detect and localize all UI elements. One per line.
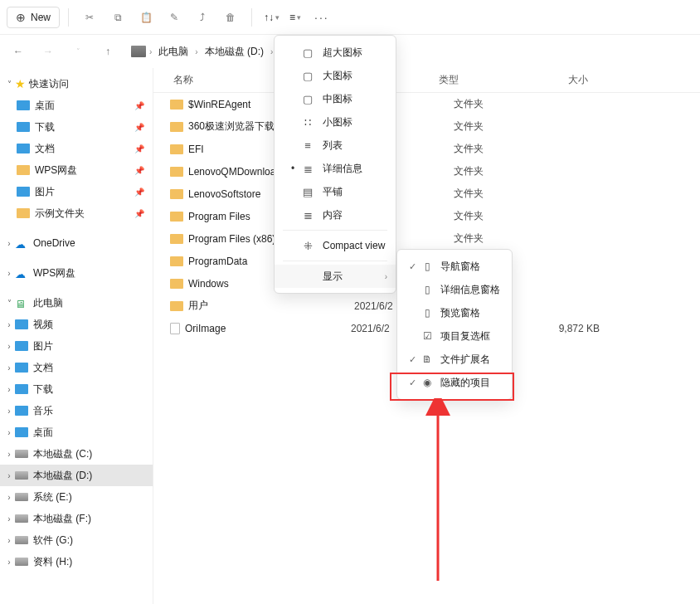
menu-item[interactable]: ▯预览窗格 [397, 301, 512, 324]
sidebar-onedrive[interactable]: › ☁ OneDrive [0, 232, 153, 254]
sidebar-item[interactable]: ›本地磁盘 (D:) [0, 465, 153, 486]
compact-icon: ⁜ [299, 240, 316, 252]
new-label: New [31, 12, 51, 23]
forward-button[interactable]: → [36, 40, 60, 63]
folder-icon [170, 212, 183, 222]
menu-item[interactable]: ▤平铺 [275, 180, 396, 203]
view-button[interactable]: ≡▾ [286, 12, 304, 23]
sidebar-this-pc[interactable]: ˅ 🖥 此电脑 [0, 292, 153, 314]
sidebar-item[interactable]: 图片📌 [0, 181, 153, 202]
chevron-down-icon: ▾ [275, 13, 280, 22]
folder-icon [170, 301, 183, 311]
check-icon: ✓ [406, 261, 419, 272]
sidebar-wps[interactable]: › ☁ WPS网盘 [0, 262, 153, 284]
menu-item[interactable]: ≡列表 [275, 134, 396, 157]
option-icon: 🗎 [419, 353, 435, 365]
folder-icon [170, 189, 183, 199]
breadcrumb-item[interactable]: 此电脑 [155, 43, 192, 61]
menu-item-compact[interactable]: ⁜ Compact view [275, 234, 396, 257]
rename-icon[interactable]: ✎ [162, 5, 187, 30]
sidebar-item[interactable]: 下载📌 [0, 116, 153, 138]
folder-icon [170, 167, 183, 177]
sidebar-item-label: 下载 [35, 120, 55, 134]
sidebar-item[interactable]: ›视频 [0, 314, 153, 335]
sidebar-item[interactable]: WPS网盘📌 [0, 159, 153, 181]
sidebar-item[interactable]: ›系统 (E:) [0, 486, 153, 508]
check-icon: ✓ [406, 354, 419, 365]
cloud-icon: ☁ [15, 238, 28, 248]
table-row[interactable]: 360极速浏览器下载3 17:26文件夹 [153, 115, 700, 138]
option-icon: ▯ [419, 307, 435, 319]
back-button[interactable]: ← [7, 40, 30, 63]
pin-icon: 📌 [134, 101, 144, 110]
new-button[interactable]: ⊕ New [7, 7, 60, 28]
sidebar-quick-access[interactable]: ˅ ★ 快速访问 [0, 73, 153, 95]
breadcrumb[interactable]: › 此电脑 › 本地磁盘 (D:) › [126, 40, 693, 64]
table-row[interactable]: Program Files (x86)6 15:00文件夹 [153, 227, 700, 250]
col-size[interactable]: 大小 [522, 73, 588, 87]
menu-item[interactable]: ✓▯导航窗格 [397, 255, 512, 278]
sidebar-item-label: WPS网盘 [35, 163, 77, 178]
cut-icon[interactable]: ✂ [77, 5, 102, 30]
menu-item[interactable]: ▢中图标 [275, 87, 396, 110]
menu-item-show[interactable]: 显示 › [275, 265, 396, 288]
sidebar-item[interactable]: 示例文件夹📌 [0, 202, 153, 224]
sidebar-item-label: WPS网盘 [33, 266, 75, 280]
sidebar-item[interactable]: ›音乐 [0, 400, 153, 421]
chevron-right-icon: › [3, 493, 15, 502]
sidebar-item[interactable]: ›文档 [0, 357, 153, 378]
menu-item[interactable]: ▯详细信息窗格 [397, 278, 512, 301]
menu-item[interactable]: ▢超大图标 [275, 41, 396, 64]
more-button[interactable]: ··· [308, 11, 336, 24]
folder-icon [17, 208, 30, 218]
sidebar-item[interactable]: 桌面📌 [0, 95, 153, 116]
table-row[interactable]: LenovoSoftstore6 23:31文件夹 [153, 183, 700, 205]
column-headers: 名称 类型 大小 [153, 68, 700, 93]
col-type[interactable]: 类型 [439, 73, 522, 87]
folder-icon [15, 427, 28, 437]
chevron-right-icon: › [3, 320, 15, 329]
chevron-right-icon: › [3, 450, 15, 459]
chevron-right-icon: › [3, 363, 15, 373]
sidebar-item[interactable]: ›桌面 [0, 421, 153, 443]
sidebar-item[interactable]: ›本地磁盘 (F:) [0, 508, 153, 529]
copy-icon[interactable]: ⧉ [105, 5, 130, 30]
share-icon[interactable]: ⤴ [190, 5, 215, 30]
menu-item[interactable]: ▢大图标 [275, 64, 396, 87]
sidebar-item[interactable]: ›本地磁盘 (C:) [0, 443, 153, 465]
sidebar-item-label: 软件 (G:) [33, 533, 73, 548]
sidebar: ˅ ★ 快速访问 桌面📌下载📌文档📌WPS网盘📌图片📌示例文件夹📌 › ☁ On… [0, 68, 153, 604]
recent-button[interactable]: ˅ [66, 40, 90, 63]
show-submenu: ✓▯导航窗格▯详细信息窗格▯预览窗格☑项目复选框✓🗎文件扩展名✓◉隐藏的项目 [396, 249, 513, 400]
menu-item[interactable]: ☑项目复选框 [397, 324, 512, 348]
option-icon: ◉ [419, 377, 435, 388]
separator [251, 8, 252, 27]
table-row[interactable]: LenovoQMDownload6 19:40文件夹 [153, 160, 700, 183]
paste-icon[interactable]: 📋 [134, 5, 158, 30]
delete-icon[interactable]: 🗑 [218, 5, 243, 30]
sidebar-item[interactable]: ›下载 [0, 378, 153, 400]
sidebar-item-label: 图片 [33, 339, 53, 353]
menu-item[interactable]: •≣详细信息 [275, 157, 396, 180]
table-row[interactable]: $WinREAgent2:15文件夹 [153, 93, 700, 115]
table-row[interactable]: Program Files2:41文件夹 [153, 205, 700, 227]
breadcrumb-item[interactable]: 本地磁盘 (D:) [202, 43, 267, 61]
menu-item[interactable]: ✓◉隐藏的项目 [397, 371, 512, 394]
chevron-right-icon: › [149, 47, 152, 56]
folder-icon [17, 165, 30, 175]
menu-item[interactable]: ✓🗎文件扩展名 [397, 348, 512, 371]
up-button[interactable]: ↑ [96, 40, 119, 63]
view-mode-icon: ≣ [299, 209, 316, 222]
sidebar-item[interactable]: ›资料 (H:) [0, 551, 153, 572]
sidebar-item-label: 本地磁盘 (D:) [33, 469, 92, 483]
table-row[interactable]: EFI6 17:18文件夹 [153, 138, 700, 160]
folder-icon [170, 122, 183, 132]
menu-item-label: 详细信息窗格 [440, 283, 500, 297]
sidebar-item[interactable]: ›软件 (G:) [0, 529, 153, 551]
sort-button[interactable]: ↑↓▾ [260, 12, 283, 23]
menu-item[interactable]: ∷小图标 [275, 110, 396, 134]
menu-item[interactable]: ≣内容 [275, 203, 396, 226]
sidebar-item[interactable]: 文档📌 [0, 138, 153, 159]
view-icon: ≡ [289, 12, 295, 23]
sidebar-item[interactable]: ›图片 [0, 335, 153, 357]
